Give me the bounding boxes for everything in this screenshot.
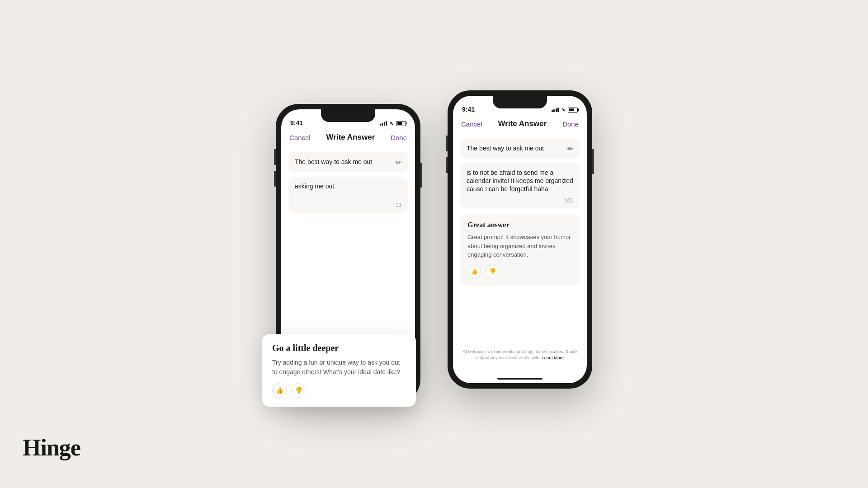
phone-1-wifi-icon: ∿ bbox=[389, 120, 394, 127]
phone-1-prompt-text: The best way to ask me out bbox=[295, 158, 392, 165]
phone-2-screen: 9:41 ∿ bbox=[453, 96, 587, 383]
phone-1-answer-text: asking me out bbox=[295, 183, 334, 190]
phone-1-ai-tooltip: Go a little deeper Try adding a fun or u… bbox=[262, 334, 416, 407]
phone-2-wifi-icon: ∿ bbox=[561, 107, 566, 113]
phone-2-answer-text: is to not be afraid to send me a calenda… bbox=[467, 169, 573, 192]
phone-2-done[interactable]: Done bbox=[562, 120, 579, 128]
phone-2-great-answer-title: Great answer bbox=[467, 221, 572, 229]
phone-1-thumbup-icon: 👍 bbox=[276, 387, 283, 394]
phone-2-nav-title: Write Answer bbox=[498, 119, 547, 128]
phone-2-feedback-buttons: 👍 👎 bbox=[467, 265, 572, 278]
phone-2-thumbup-btn[interactable]: 👍 bbox=[467, 265, 481, 278]
phone-2-home-indicator bbox=[497, 378, 542, 380]
phone-1-signal bbox=[380, 121, 387, 126]
phone-2-time: 9:41 bbox=[462, 106, 475, 113]
phone-2-char-count: 101 bbox=[564, 197, 573, 204]
phone-1-nav: Cancel Write Answer Done bbox=[281, 129, 415, 147]
phone-1-thumbup-btn[interactable]: 👍 bbox=[272, 383, 287, 398]
phone-1: 9:41 ∿ bbox=[276, 104, 420, 402]
phone-2-prompt-text: The best way to ask me out bbox=[467, 145, 564, 152]
phone-1-feedback-buttons: 👍 👎 bbox=[272, 383, 406, 398]
phone-2-thumbup-icon: 👍 bbox=[471, 268, 478, 275]
phone-2-nav: Cancel Write Answer Done bbox=[453, 116, 587, 134]
phone-2-cancel[interactable]: Cancel bbox=[461, 120, 482, 128]
phone-2-great-answer-card: Great answer Great prompt! It showcases … bbox=[460, 214, 580, 286]
phone-1-answer-box[interactable]: asking me out 13 bbox=[288, 177, 408, 213]
phone-1-thumbdown-btn[interactable]: 👎 bbox=[291, 383, 306, 398]
phone-2-great-answer-text: Great prompt! It showcases your humor ab… bbox=[467, 233, 572, 259]
phone-2-edit-icon[interactable]: ✏ bbox=[567, 145, 573, 153]
phone-1-tooltip-text: Try adding a fun or unique way to ask yo… bbox=[272, 358, 406, 377]
phone-1-char-count: 13 bbox=[396, 202, 401, 208]
phone-2-thumbdown-btn[interactable]: 👎 bbox=[486, 265, 499, 278]
phone-2-notch bbox=[493, 96, 547, 108]
phone-1-nav-title: Write Answer bbox=[326, 133, 375, 142]
phone-2-status-icons: ∿ bbox=[552, 107, 578, 113]
phone-2-answer-box[interactable]: is to not be afraid to send me a calenda… bbox=[460, 163, 580, 208]
phone-1-status-icons: ∿ bbox=[380, 120, 406, 127]
phone-1-prompt-card: The best way to ask me out ✏ bbox=[288, 152, 408, 172]
phone-1-notch bbox=[321, 109, 375, 122]
phones-container: 9:41 ∿ bbox=[276, 86, 592, 402]
hinge-logo: Hinge bbox=[23, 434, 80, 461]
phone-1-done[interactable]: Done bbox=[391, 134, 407, 141]
phone-2-content: The best way to ask me out ✏ is to not b… bbox=[453, 134, 587, 383]
phone-2-thumbdown-icon: 👎 bbox=[489, 268, 496, 275]
phone-1-cancel[interactable]: Cancel bbox=[289, 134, 311, 141]
phone-2: 9:41 ∿ bbox=[448, 90, 592, 389]
phone-2-battery-icon bbox=[568, 108, 578, 113]
phone-1-thumbdown-icon: 👎 bbox=[295, 387, 302, 394]
phone-2-prompt-card: The best way to ask me out ✏ bbox=[460, 138, 580, 159]
phone-1-battery-icon bbox=[396, 121, 406, 126]
phone-1-tooltip-title: Go a little deeper bbox=[272, 343, 406, 353]
phone-1-time: 9:41 bbox=[290, 119, 303, 127]
phone-2-signal bbox=[552, 108, 559, 112]
phone-1-edit-icon[interactable]: ✏ bbox=[396, 158, 401, 167]
phone-2-disclaimer: AI feedback is experimental and may make… bbox=[453, 348, 587, 361]
phone-2-learn-more[interactable]: Learn More bbox=[542, 355, 564, 360]
